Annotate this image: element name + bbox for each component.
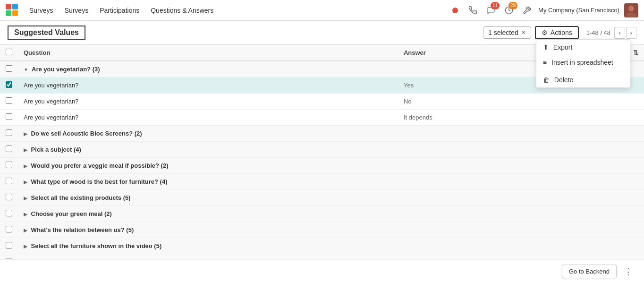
group-label: ▶ What type of wood is the best for furn… (18, 174, 644, 190)
group-label: ▶ What's the relation between us? (5) (18, 222, 644, 238)
group-checkbox[interactable] (6, 162, 12, 168)
row-answer: It depends (398, 110, 627, 126)
user-avatar[interactable] (624, 3, 638, 17)
export-item[interactable]: ⬆ Export (536, 40, 630, 55)
group-checkbox-cell[interactable] (0, 61, 18, 77)
group-chevron-icon[interactable]: ▶ (24, 196, 27, 201)
group-checkbox-cell[interactable] (0, 158, 18, 174)
export-label: Export (553, 43, 572, 51)
nav-surveys[interactable]: Surveys (60, 5, 93, 16)
prev-page-button[interactable]: ‹ (614, 27, 625, 39)
group-checkbox-cell[interactable] (0, 238, 18, 254)
delete-label: Delete (554, 76, 573, 84)
group-checkbox[interactable] (6, 194, 12, 200)
group-checkbox-cell[interactable] (0, 222, 18, 238)
group-checkbox[interactable] (6, 226, 12, 232)
row-filter-cell (627, 110, 644, 126)
group-chevron-icon[interactable]: ▶ (24, 180, 27, 185)
kebab-menu-button[interactable]: ⋮ (620, 265, 636, 279)
group-chevron-icon[interactable]: ▶ (24, 147, 27, 153)
row-question: Are you vegetarian? (18, 77, 398, 94)
group-checkbox[interactable] (6, 178, 12, 184)
row-checkbox-cell[interactable] (0, 110, 18, 126)
nav-surveys-app[interactable]: Surveys (25, 5, 58, 16)
sub-header: Suggested Values 1 selected ✕ ⚙ Actions … (0, 21, 644, 45)
group-label: ▶ Would you prefer a veggie meal if poss… (18, 158, 644, 174)
go-to-backend-button[interactable]: Go to Backend (562, 265, 617, 278)
row-question: Are you vegetarian? (18, 94, 398, 110)
group-checkbox[interactable] (6, 242, 12, 249)
group-chevron-icon[interactable]: ▶ (24, 244, 27, 249)
wrench-icon[interactable] (520, 4, 534, 17)
group-label: ▶ Pick a subject (4) (18, 142, 644, 158)
table-group-row[interactable]: ▶ Pick a subject (4) (0, 142, 644, 158)
insert-spreadsheet-item[interactable]: ≡ Insert in spreadsheet (536, 55, 630, 70)
svg-point-7 (628, 6, 634, 11)
group-label: ▶ Select all the furniture shown in the … (18, 238, 644, 254)
group-checkbox-cell[interactable] (0, 174, 18, 190)
group-checkbox[interactable] (6, 146, 12, 152)
company-selector[interactable]: My Company (San Francisco) (538, 7, 619, 14)
group-chevron-icon[interactable]: ▶ (24, 163, 27, 169)
selected-badge[interactable]: 1 selected ✕ (483, 26, 531, 39)
page-title: Suggested Values (8, 26, 85, 40)
nav-questions-answers[interactable]: Questions & Answers (146, 5, 218, 16)
row-answer: No (398, 94, 627, 110)
table-data-row[interactable]: Are you vegetarian? It depends (0, 110, 644, 126)
actions-label: Actions (551, 29, 572, 36)
row-checkbox[interactable] (6, 81, 12, 88)
group-chevron-icon[interactable]: ▼ (24, 67, 28, 72)
table-data-row[interactable]: Are you vegetarian? No (0, 94, 644, 110)
col-question-header: Question (18, 45, 398, 61)
table-body: ▼ Are you vegetarian? (3) Are you vegeta… (0, 61, 644, 282)
row-checkbox[interactable] (6, 113, 12, 120)
phone-icon[interactable] (466, 4, 480, 17)
table-group-row[interactable]: ▶ Would you prefer a veggie meal if poss… (0, 158, 644, 174)
select-all-checkbox-header[interactable] (0, 45, 18, 61)
clear-selection-icon[interactable]: ✕ (521, 29, 526, 36)
row-checkbox-cell[interactable] (0, 94, 18, 110)
group-checkbox[interactable] (6, 210, 12, 216)
group-checkbox-cell[interactable] (0, 190, 18, 206)
row-checkbox-cell[interactable] (0, 77, 18, 94)
actions-button[interactable]: ⚙ Actions ⬆ Export ≡ Insert in spreadshe… (535, 26, 579, 39)
group-checkbox-cell[interactable] (0, 126, 18, 142)
delete-icon: 🗑 (543, 76, 550, 84)
table-group-row[interactable]: ▶ Select all the furniture shown in the … (0, 238, 644, 254)
nav-icons: 11 29 My Company (San Francisco) (449, 3, 638, 17)
select-all-checkbox[interactable] (6, 49, 12, 55)
group-chevron-icon[interactable]: ▶ (24, 228, 27, 233)
selected-count: 1 selected (488, 29, 518, 36)
table-group-row[interactable]: ▶ What type of wood is the best for furn… (0, 174, 644, 190)
chat-icon[interactable]: 11 (484, 4, 498, 17)
svg-rect-2 (6, 10, 11, 16)
delete-item[interactable]: 🗑 Delete (536, 72, 630, 87)
pagination-info: 1-48 / 48 (586, 29, 610, 36)
chat-badge: 11 (491, 2, 500, 9)
activity-icon[interactable]: 29 (502, 4, 516, 17)
nav-participations[interactable]: Participations (95, 5, 144, 16)
svg-point-4 (452, 8, 458, 13)
next-page-button[interactable]: › (626, 27, 636, 39)
app-logo[interactable] (6, 4, 19, 17)
status-dot-icon[interactable] (449, 4, 462, 17)
svg-rect-3 (12, 10, 18, 16)
company-name: My Company (San Francisco) (538, 7, 619, 14)
row-question: Are you vegetarian? (18, 110, 398, 126)
group-chevron-icon[interactable]: ▶ (24, 131, 27, 137)
group-chevron-icon[interactable]: ▶ (24, 212, 27, 217)
table-group-row[interactable]: ▶ Select all the existing products (5) (0, 190, 644, 206)
table-group-row[interactable]: ▶ What's the relation between us? (5) (0, 222, 644, 238)
actions-dropdown: ⬆ Export ≡ Insert in spreadsheet 🗑 Delet… (536, 39, 630, 88)
table-group-row[interactable]: ▶ Do we sell Acoustic Bloc Screens? (2) (0, 126, 644, 142)
group-checkbox[interactable] (6, 65, 12, 72)
row-filter-cell (627, 94, 644, 110)
group-checkbox-cell[interactable] (0, 142, 18, 158)
group-checkbox[interactable] (6, 129, 12, 136)
row-checkbox[interactable] (6, 97, 12, 104)
gear-icon: ⚙ (542, 29, 548, 36)
table-group-row[interactable]: ▶ Choose your green meal (2) (0, 206, 644, 222)
top-nav: Surveys Surveys Participations Questions… (0, 0, 644, 21)
pagination-controls: ‹ › (614, 27, 636, 39)
group-checkbox-cell[interactable] (0, 206, 18, 222)
